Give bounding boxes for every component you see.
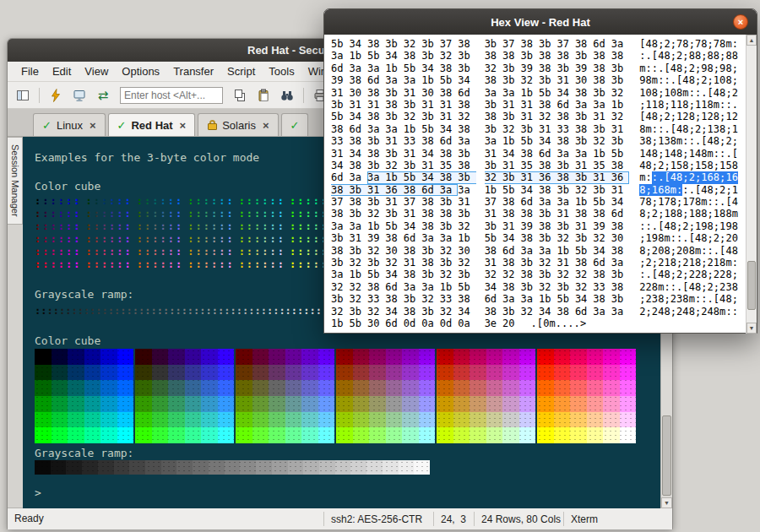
color-cube-block — [35, 349, 133, 443]
connected-check-icon: ✓ — [117, 119, 127, 132]
color-cube-text-row: :::::::::::::::::::::::::::::::::::: — [35, 195, 336, 208]
hex-window-title: Hex View - Red Hat — [491, 16, 590, 29]
hex-body[interactable]: 5b34383b323b37383b37383b37386d3a[48;2;78… — [324, 35, 757, 333]
color-cube-text-row: :::::::::::::::::::::::::::::::::::: — [35, 220, 336, 233]
hex-row: 323b3234383b3234383b3234386d3a3a2;248;24… — [331, 306, 757, 318]
scroll-down-icon[interactable]: ▼ — [661, 497, 672, 508]
paste-icon[interactable] — [253, 85, 274, 106]
tab-label: Solaris — [222, 119, 256, 132]
connected-check-icon: ✓ — [290, 119, 300, 132]
session-manager-tab[interactable]: Session Manager — [8, 137, 23, 225]
hex-row: 3a3a1b5b34383b323b3139383b313938::.[48;2… — [331, 220, 757, 232]
hex-row: 3b323b3231383b3231383b3231386d3a;2;218;2… — [331, 257, 757, 269]
small-color-cube: ::::::::::::::::::::::::::::::::::::::::… — [35, 195, 336, 271]
hex-row: 386d3a3a1b5b34383b323b3133383b318m::.[48… — [331, 123, 757, 135]
host-input[interactable] — [120, 87, 223, 104]
color-cube-block — [537, 349, 636, 443]
tab-red-hat[interactable]: ✓Red Hat× — [108, 113, 196, 136]
menu-item-options[interactable]: Options — [115, 65, 166, 78]
hex-row: 3a1b5b34383b323b38383b38383b3838:.[48;2;… — [331, 50, 757, 62]
scroll-up-icon[interactable]: ▲ — [746, 35, 757, 46]
color-cube-block — [135, 349, 234, 443]
scrollbar-thumb[interactable] — [662, 415, 671, 496]
statusbar: Ready ssh2: AES-256-CTR 24, 3 24 Rows, 8… — [8, 508, 672, 529]
color-cube-text-row: :::::::::::::::::::::::::::::::::::: — [35, 246, 336, 258]
color-cube-text-row: :::::::::::::::::::::::::::::::::::: — [35, 233, 336, 246]
color-cube-label-2: Color cube — [35, 334, 100, 347]
hex-row: 383b3230383b3230386d3a3a1b5b34388;208;20… — [331, 245, 757, 257]
status-cipher: ssh2: AES-256-CTR — [323, 512, 433, 526]
big-color-cube — [35, 349, 636, 443]
hex-row: 6d3a3a1b5b34383b323b39383b39383bm::.[48;… — [331, 62, 757, 74]
hex-row: 6d3a3a1b5b34383b323b3136383b3136m::.[48;… — [331, 171, 757, 183]
tab-linux[interactable]: ✓Linux× — [33, 113, 106, 136]
session-panes-icon[interactable] — [13, 85, 33, 106]
hex-view-window: Hex View - Red Hat × 5b34383b323b37383b3… — [323, 8, 757, 334]
grayscale-label-2: Grayscale ramp: — [35, 447, 133, 459]
tab-label: Red Hat — [131, 119, 172, 132]
hex-row: 37383b3137383b3137386d3a3a1b5b3478;178;1… — [331, 196, 757, 208]
scroll-down-icon[interactable]: ▼ — [746, 323, 757, 334]
hex-row: 34383b323b3135383b3135383b31353848;2;158… — [331, 160, 757, 171]
hex-row: 3134383b3134383b3134386d3a3a1b5b148;148;… — [331, 148, 757, 160]
hex-scrollbar[interactable]: ▲ ▼ — [746, 35, 757, 334]
hex-row: 5b34383b323b3132383b3132383b3132[48;2;12… — [331, 111, 757, 122]
menu-item-tools[interactable]: Tools — [262, 65, 301, 78]
hex-row: 383b3136386d3a3a1b5b34383b323b318;168m::… — [331, 184, 757, 196]
hex-row: 3130383b3130386d3a3a1b5b34383b32108;108m… — [331, 87, 757, 99]
reconnect-arrows-icon[interactable]: ⇄ — [93, 85, 113, 106]
terminal-heading: Examples for the 3-byte color mode — [35, 151, 259, 164]
hex-row: 3b3131383b3131383b3131386d3a3a1b;118;118… — [331, 99, 757, 111]
status-ready: Ready — [14, 513, 44, 524]
hex-row: 3b3233383b3233386d3a3a1b5b34383b;238;238… — [331, 293, 757, 305]
big-grayscale-ramp — [35, 460, 430, 475]
copy-icon[interactable] — [230, 85, 250, 106]
small-grayscale-ramp: ::::::::::::::::::::::::::::::::::::::::… — [35, 305, 340, 318]
menu-item-file[interactable]: File — [14, 65, 46, 78]
hex-titlebar[interactable]: Hex View - Red Hat × — [324, 9, 757, 35]
hex-row: 3a1b5b34383b323b3232383b3232383b:.[48;2;… — [331, 269, 757, 280]
tab-close-icon[interactable]: × — [263, 119, 269, 132]
tab-partial[interactable]: ✓ — [281, 113, 309, 136]
toolbar-separator — [39, 88, 40, 103]
hex-row: 3b3139386d3a3a1b5b34383b323b3230;198m::.… — [331, 232, 757, 244]
shell-prompt: > — [35, 486, 41, 499]
color-cube-block — [336, 349, 435, 443]
hex-row: 5b34383b323b37383b37383b37386d3a[48;2;78… — [331, 38, 757, 50]
color-cube-text-row: :::::::::::::::::::::::::::::::::::: — [35, 208, 336, 220]
color-cube-text-row: :::::::::::::::::::::::::::::::::::: — [35, 258, 336, 271]
tab-solaris[interactable]: Solaris× — [198, 113, 278, 136]
hex-row: 383b323b3138383b3138383b3138386d8;2;188;… — [331, 208, 757, 220]
window-title: Red Hat - Secur — [247, 44, 329, 57]
status-emulation: Xterm — [563, 512, 612, 526]
tab-label: Linux — [57, 119, 83, 132]
scrollbar-thumb[interactable] — [747, 261, 756, 310]
menu-item-script[interactable]: Script — [220, 65, 262, 78]
color-cube-block — [437, 349, 535, 443]
session-manager-label: Session Manager — [10, 144, 20, 217]
tab-close-icon[interactable]: × — [180, 119, 187, 132]
quick-connect-lightning-icon[interactable] — [46, 85, 66, 106]
toolbar-separator — [303, 88, 304, 103]
find-binoculars-icon[interactable] — [277, 85, 297, 106]
hex-row: 39386d3a3a1b5b34383b323b3130383b98m::.[4… — [331, 74, 757, 86]
status-terminal-size: 24 Rows, 80 Cols — [474, 512, 563, 526]
connected-check-icon: ✓ — [42, 119, 52, 132]
status-cursor-position: 24, 3 — [433, 512, 474, 526]
color-cube-block — [236, 349, 334, 443]
hex-row: 1b5b306d0d0a0d0a3e20.[0m....> — [331, 318, 757, 329]
color-cube-label: Color cube — [35, 180, 100, 193]
tab-close-icon[interactable]: × — [90, 119, 96, 132]
menu-item-view[interactable]: View — [78, 65, 115, 78]
statusbar-panels: ssh2: AES-256-CTR 24, 3 24 Rows, 80 Cols… — [323, 508, 612, 529]
menu-item-transfer[interactable]: Transfer — [166, 65, 220, 78]
lock-icon — [207, 120, 217, 131]
grayscale-label: Grayscale ramp: — [35, 288, 133, 301]
menu-item-edit[interactable]: Edit — [46, 65, 78, 78]
new-terminal-icon[interactable] — [69, 85, 90, 106]
hex-row: 3232386d3a3a1b5b34383b323b323338228m::.[… — [331, 281, 757, 293]
hex-row: 33383b3133386d3a3a1b5b34383b323b38;138m:… — [331, 135, 757, 147]
close-icon[interactable]: × — [733, 14, 748, 30]
